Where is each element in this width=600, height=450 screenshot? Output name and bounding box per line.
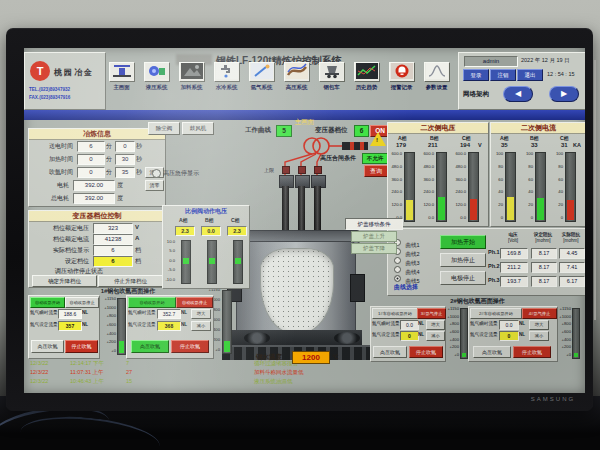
hv-condition-state: 不允许 xyxy=(362,153,388,164)
toolbar-btn-ladlecar[interactable]: 钢包车 xyxy=(314,62,349,106)
unit: 度 xyxy=(117,194,123,203)
tap-setpoint-input[interactable]: 6 xyxy=(93,256,133,267)
car-wheel xyxy=(334,332,360,344)
smelt-info-panel: 冶炼信息 送电时间 6 分 0 秒 加热时间 0 分 30 秒 吹氩时间 0 分… xyxy=(28,128,166,207)
network-forward-button[interactable]: ▶ xyxy=(549,86,579,102)
row-label: 总电耗 xyxy=(51,194,69,203)
gauge-fill xyxy=(438,197,445,220)
unit: V xyxy=(478,142,482,148)
network-back-button[interactable]: ◀ xyxy=(503,86,533,102)
tap-confirm-button[interactable]: 确定升降档位 xyxy=(32,275,97,287)
toolbar-btn-highvoltage[interactable]: 高压系统 xyxy=(279,62,314,106)
auto-blow-stop-button[interactable]: 自动吹氩停止 xyxy=(65,297,99,308)
argon-stop-button[interactable]: 4#氩气停止 xyxy=(522,308,557,319)
hp-blow-button[interactable]: 高压吹氩 xyxy=(31,340,64,353)
alarm-list[interactable]: 12/3/22 12:14:17 下午 7 循环过滤堵塞报警 12/3/22 1… xyxy=(28,360,380,391)
steel-temp-value: 1200 xyxy=(292,351,330,364)
toolbar-label: 高压系统 xyxy=(279,84,314,91)
company-name: 桃园冶金 xyxy=(54,67,94,78)
unit: NL xyxy=(519,321,525,326)
toolbar-btn-trend[interactable]: 历史趋势 xyxy=(349,62,384,106)
steel-temp-label: 钢水温度 xyxy=(256,353,282,362)
alarm-time: 12:14:17 下午 xyxy=(70,360,104,367)
logout-button[interactable]: 注销 xyxy=(490,69,516,81)
tab-strip: 主画面 xyxy=(24,110,585,120)
feeding-system-icon xyxy=(179,62,205,82)
argon-flow-gauge xyxy=(572,308,580,359)
alarm-message: 液压系统油温低 xyxy=(254,378,293,385)
stop-blow-button[interactable]: 停止吹氩 xyxy=(65,340,98,353)
toolbar-btn-alarm[interactable]: 报警记录 xyxy=(384,62,419,106)
argon-stop-button[interactable]: 3#氩气停止 xyxy=(417,308,446,319)
stop-blow-button[interactable]: 停止吹氩 xyxy=(171,340,209,353)
login-button[interactable]: 登录 xyxy=(463,69,489,81)
hp-blow-button[interactable]: 高压吹氩 xyxy=(131,340,169,353)
alarm-row[interactable]: 12/3/22 11:07:31 上午 27 加料斗称回水流量低 xyxy=(28,369,380,378)
exit-button[interactable]: 退出 xyxy=(517,69,543,81)
valve-voltage-value: 0.0 xyxy=(201,226,221,236)
hv-query-button[interactable]: 查询 xyxy=(364,165,388,177)
cover-condition-title: 炉盖移动条件 xyxy=(345,218,403,230)
alarm-row[interactable]: 12/3/22 10:46:43 上午 15 液压系统油温低 xyxy=(28,378,380,387)
value-box: 41238 xyxy=(93,234,133,245)
increase-button[interactable]: 增大 xyxy=(191,309,211,319)
phase-label: A相 xyxy=(179,217,188,223)
wall-cable xyxy=(594,60,596,320)
auto-blow-start-button[interactable]: 自动吹氩开始 xyxy=(128,297,176,308)
stop-blow-button[interactable]: 停止吹氩 xyxy=(513,346,551,358)
toolbar-btn-feeding[interactable]: 加料系统 xyxy=(174,62,209,106)
decrease-button[interactable]: 减小 xyxy=(426,331,445,341)
value-box: 0 xyxy=(77,167,105,178)
cover-down-button[interactable]: 炉盖下降 xyxy=(351,243,397,254)
heat-start-button[interactable]: 加热开始 xyxy=(440,235,486,249)
increase-button[interactable]: 增大 xyxy=(426,320,445,330)
increase-button[interactable]: 增大 xyxy=(529,320,549,330)
gauge-fill xyxy=(574,353,578,357)
flow-setpoint-input[interactable]: 368 xyxy=(157,321,181,331)
alarm-time: 11:07:31 上午 xyxy=(70,369,104,376)
toolbar-btn-watercooling[interactable]: 水冷系统 xyxy=(209,62,244,106)
hmi-screen: T 桃园冶金 TEL.(023)89347932 FAX.(023)893479… xyxy=(24,48,585,393)
set-label: 氩气设定流量 xyxy=(128,322,156,327)
auto-blow-start-button[interactable]: 2#车自动吹氩开始 xyxy=(470,308,522,319)
argon-panel-a: 自动吹氩开始 自动吹氩停止 氩气瞬时流量 188.6 NL 氩气设定流量 357… xyxy=(28,295,100,359)
electrode-stop-button[interactable]: 电极停止 xyxy=(440,271,486,285)
gauge-fill xyxy=(462,353,466,357)
toolbar-btn-params[interactable]: 参数设置 xyxy=(419,62,454,106)
stop-blow-button[interactable]: 停止吹氩 xyxy=(409,346,443,358)
toolbar-btn-hydraulic[interactable]: 液压系统 xyxy=(139,62,174,106)
auto-blow-start-button[interactable]: 自动吹氩开始 xyxy=(30,297,65,308)
toolbar: 主画面 液压系统 加料系统 水冷系统 氩气系统 高压系统 钢包车 历史趋势 xyxy=(104,62,456,106)
gauge-ticks: 10.05.00.0-5.0-10.0 xyxy=(163,240,175,282)
gauge-ticks: 600.0480.0360.0240.0120.00.0 xyxy=(453,152,466,220)
toolbar-label: 参数设置 xyxy=(419,84,454,91)
section-title: 2#钢包吹氩画面操作 xyxy=(370,297,585,306)
clear-button[interactable]: 清零 xyxy=(145,180,164,191)
decrease-button[interactable]: 减小 xyxy=(191,321,211,331)
phase-value: 33 xyxy=(531,142,538,148)
value-box: 6 xyxy=(77,141,105,152)
decrease-button[interactable]: 减小 xyxy=(529,331,549,341)
toolbar-btn-argon[interactable]: 氩气系统 xyxy=(244,62,279,106)
tap-stop-button[interactable]: 停止升降档位 xyxy=(98,275,163,287)
auto-blow-stop-button[interactable]: 自动吹氩停止 xyxy=(176,297,213,308)
cover-up-button[interactable]: 炉盖上升 xyxy=(351,231,397,242)
toolbar-btn-main[interactable]: 主画面 xyxy=(104,62,139,106)
flow-setpoint-input[interactable]: 0 xyxy=(499,331,519,341)
unit: 秒 xyxy=(136,168,142,177)
flow-setpoint-input[interactable]: 357 xyxy=(58,321,82,331)
auto-blow-start-button[interactable]: 1#车自动吹氩开始 xyxy=(372,308,418,319)
username-field[interactable]: admin xyxy=(464,56,518,67)
phase-label: B相 xyxy=(430,135,439,141)
hp-blow-button[interactable]: 高压吹氩 xyxy=(373,346,407,358)
dust-fan-button[interactable]: 鼓风机 xyxy=(182,122,214,135)
toolbar-label: 报警记录 xyxy=(384,84,419,91)
flow-setpoint-input[interactable]: 0 xyxy=(400,331,419,341)
hp-blow-button[interactable]: 高压吹氩 xyxy=(473,346,511,358)
unit: NL xyxy=(418,321,424,326)
date-display: 2022 年 12 月 19 日 xyxy=(521,57,570,64)
heat-stop-button[interactable]: 加热停止 xyxy=(440,253,486,267)
phase-label: B相 xyxy=(530,135,539,141)
phase-voltage: 193.7 xyxy=(500,276,528,287)
dust-valve-button[interactable]: 除尘阀 xyxy=(148,122,180,135)
